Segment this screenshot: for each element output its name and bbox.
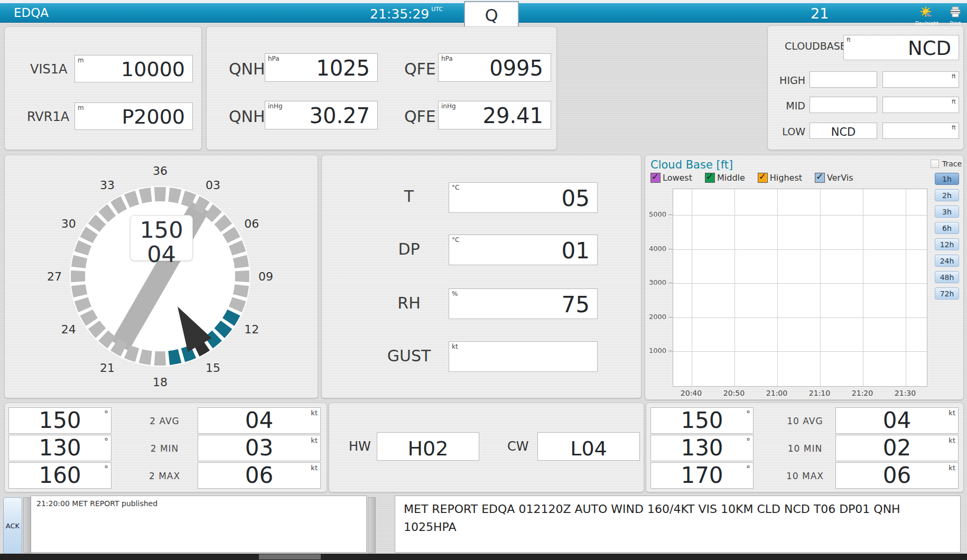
range-button-12h[interactable]: 12h	[935, 238, 959, 250]
rose-label-33: 33	[100, 178, 115, 191]
x-tick-21:20: 21:20	[852, 389, 873, 397]
qnh-inhg-field: inHg 30.27	[265, 101, 378, 129]
legend-item-vervis: ✓ VerVis	[815, 173, 853, 183]
chart-legend: ✓ Lowest ✓ Middle ✓ Highest ✓ VerVis	[650, 173, 866, 183]
trace-checkbox[interactable]	[931, 160, 939, 168]
range-button-3h[interactable]: 3h	[935, 206, 959, 218]
range-button-6h[interactable]: 6h	[935, 222, 959, 234]
qfe-hpa-field: hPa 0995	[438, 53, 551, 82]
rose-label-21: 21	[100, 361, 115, 375]
x-tick-21:00: 21:00	[766, 389, 787, 397]
rose-label-15: 15	[206, 361, 220, 375]
temp-label: T	[354, 187, 464, 206]
log-scrollbar-left[interactable]	[23, 497, 31, 553]
crosswind-field: L04	[537, 432, 640, 461]
y-tick-3000: 3000	[645, 278, 666, 286]
dewpoint-unit: °C	[452, 236, 459, 244]
wind2-max-speed-field: kt 06	[198, 462, 321, 489]
check-icon: ✓	[706, 171, 713, 182]
cloudbase-value: NCD	[908, 37, 951, 60]
chart-title: Cloud Base [ft]	[650, 158, 733, 171]
temp-unit: °C	[452, 184, 459, 191]
met-panel: T °C 05 DP °C 01 RH % 75 GUST kt	[321, 155, 641, 398]
rose-label-06: 06	[244, 217, 259, 230]
qnh-hpa-field: hPa 1025	[265, 53, 378, 82]
wind-2min-panel: ° 150 2 AVG kt 04 ° 130 2 MIN kt 03 ° 16…	[4, 403, 327, 492]
clock-time: 21:35:29	[370, 6, 429, 22]
range-buttons: 1h2h3h6h12h24h48h72h	[935, 173, 958, 304]
wind10-avg-label: 10 AVG	[767, 416, 843, 426]
qfe-inhg-field: inHg 29.41	[438, 101, 551, 129]
qnh-inhg-label: QNH	[229, 107, 265, 126]
cloudbase-panel: CLOUDBASE ft NCD HIGH ft MID ft LOW NCD …	[767, 25, 964, 150]
y-tick-2000: 2000	[645, 313, 666, 321]
wind2-max-dir-field: ° 160	[8, 462, 111, 489]
cloud-low-amount: NCD	[810, 123, 877, 139]
rvr1a-value: P2000	[122, 105, 185, 128]
wind-rose-panel: 360306091215182124273033 150 04	[4, 155, 318, 398]
y-tick-1000: 1000	[645, 347, 666, 354]
event-log[interactable]: 21:20:00 MET REPORT published	[31, 496, 367, 553]
qfe-hpa-label: QFE	[404, 60, 436, 78]
range-button-24h[interactable]: 24h	[935, 255, 959, 267]
rose-label-12: 12	[244, 323, 259, 336]
cloud-mid-alt: ft	[882, 97, 959, 113]
wind10-avg-dir-field: ° 150	[650, 407, 754, 434]
utc-clock: 21:35:29UTC	[370, 6, 443, 22]
qnh-hpa-value: 1025	[316, 56, 370, 80]
qnh-inhg-value: 30.27	[309, 104, 370, 128]
humidity-field: % 75	[449, 288, 598, 319]
headwind-label: HW	[349, 439, 371, 454]
bottom-scrollbar-track[interactable]	[0, 554, 967, 560]
wind-10min-panel: ° 150 10 AVG kt 04 ° 130 10 MIN kt 02 ° …	[646, 403, 964, 492]
log-scrollbar-right[interactable]	[368, 497, 376, 553]
wind-readout: 150 04	[130, 215, 193, 261]
qfe-inhg-value: 29.41	[482, 104, 543, 128]
wind10-min-dir-field: ° 130	[650, 435, 754, 461]
q-selector[interactable]: Q	[464, 1, 519, 29]
qnh-hpa-unit: hPa	[268, 55, 280, 62]
vis1a-label: VIS1A	[30, 62, 67, 77]
qfe-hpa-unit: hPa	[441, 55, 453, 62]
legend-swatch-lowest: ✓	[650, 173, 661, 183]
wind10-avg-speed-field: kt 04	[835, 407, 959, 434]
rose-label-27: 27	[47, 270, 62, 283]
dewpoint-label: DP	[354, 240, 464, 258]
wind2-max-label: 2 MAX	[126, 471, 203, 481]
range-button-48h[interactable]: 48h	[935, 271, 959, 283]
x-tick-21:10: 21:10	[809, 389, 830, 397]
wind10-max-dir-field: ° 170	[650, 462, 754, 489]
bottom-scrollbar-thumb[interactable]	[259, 554, 321, 559]
qnh-inhg-unit: inHg	[268, 102, 283, 110]
met-report-text: MET REPORT EDQA 012120Z AUTO WIND 160/4K…	[404, 502, 900, 534]
print-button[interactable]: Print	[944, 6, 967, 24]
range-button-72h[interactable]: 72h	[935, 287, 959, 300]
cloudbase-unit: ft	[847, 36, 851, 43]
gust-field: kt	[449, 341, 598, 372]
gust-label: GUST	[354, 347, 464, 365]
range-button-1h[interactable]: 1h	[935, 173, 959, 185]
qfe-hpa-value: 0995	[489, 56, 543, 80]
gust-unit: kt	[452, 343, 458, 350]
rose-label-03: 03	[206, 178, 220, 191]
vis1a-field: m 10000	[75, 55, 193, 82]
pressure-panel: QNH hPa 1025 QFE hPa 0995 QNH inHg 30.27…	[206, 26, 557, 150]
awos-screen: EDQA 21:35:29UTC 21 Day/night	[0, 0, 967, 560]
day-night-button[interactable]: Day/night	[915, 6, 938, 24]
legend-item-lowest: ✓ Lowest	[650, 173, 692, 183]
x-tick-21:30: 21:30	[895, 389, 916, 397]
cloud-low-alt: ft	[882, 123, 959, 139]
range-button-2h[interactable]: 2h	[935, 189, 959, 201]
wind10-min-label: 10 MIN	[767, 443, 843, 454]
runway-indicator: 21	[811, 5, 829, 22]
cloud-high-label: HIGH	[768, 74, 805, 86]
wind2-avg-dir-field: ° 150	[8, 407, 111, 434]
rose-label-30: 30	[61, 217, 76, 230]
crosswind-label: CW	[507, 439, 529, 454]
trace-toggle[interactable]: Trace	[931, 160, 962, 168]
vis1a-unit: m	[78, 57, 84, 64]
dewpoint-value: 01	[562, 238, 590, 264]
dewpoint-field: °C 01	[449, 235, 598, 265]
ack-button[interactable]: ACK	[3, 497, 22, 554]
wind-direction-value: 150	[131, 218, 192, 242]
